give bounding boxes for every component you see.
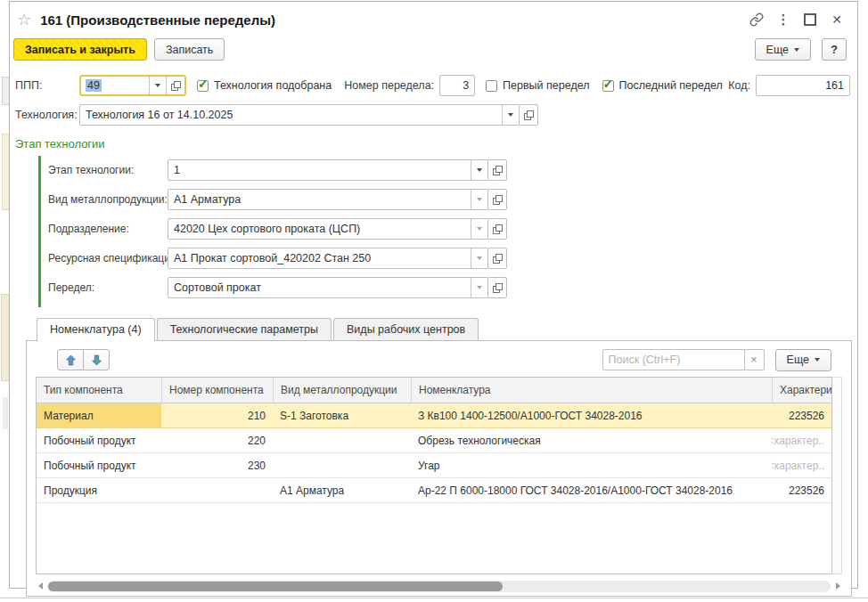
- cell-nomenclature[interactable]: Ар-22 П 6000-18000 ГОСТ 34028-2016/А1000…: [411, 478, 772, 502]
- peredel-field[interactable]: Сортовой прокат: [168, 277, 488, 298]
- last-stage-label[interactable]: Последний передел: [619, 79, 723, 92]
- column-header-nomenclature[interactable]: Номенклатура: [411, 378, 772, 403]
- save-button[interactable]: Записать: [154, 38, 225, 61]
- open-button[interactable]: [487, 248, 507, 269]
- cell-characteristic[interactable]: 223526: [772, 478, 831, 502]
- column-header-characteristic[interactable]: Характери..: [772, 378, 831, 403]
- column-header-metal[interactable]: Вид металлопродукции: [273, 378, 411, 403]
- code-input[interactable]: 161: [756, 75, 850, 96]
- favorite-star-icon[interactable]: ☆: [17, 12, 31, 28]
- scroll-left-arrow[interactable]: [36, 582, 45, 590]
- table-more-label: Еще: [787, 354, 809, 366]
- header-row-2: Технология: Технология 16 от 14.10.2025: [15, 104, 850, 126]
- cell-nomenclature[interactable]: Угар: [411, 453, 772, 477]
- maximize-button[interactable]: [800, 10, 820, 29]
- open-button[interactable]: [487, 277, 507, 298]
- department-field[interactable]: 42020 Цех сортового проката (ЦСП): [168, 218, 488, 240]
- move-down-button[interactable]: [83, 349, 110, 370]
- scrollbar-thumb[interactable]: [48, 582, 503, 591]
- maximize-icon: [804, 13, 816, 26]
- first-stage-checkbox[interactable]: Первый передел: [486, 79, 589, 92]
- cell-metal[interactable]: S-1 Заготовка: [273, 403, 411, 427]
- window-edge: [0, 598, 868, 598]
- column-header-number[interactable]: Номер компонента: [161, 378, 273, 403]
- table-zone: Тип компонента Номер компонента Вид мета…: [36, 377, 842, 574]
- chevron-down-icon: [477, 168, 482, 172]
- ppp-dropdown-button[interactable]: [149, 77, 166, 94]
- menu-kebab-icon[interactable]: ⋮: [774, 10, 793, 29]
- dropdown-button[interactable]: [471, 278, 487, 297]
- table-row[interactable]: Побочный продукт230Угар<характер..: [37, 453, 831, 478]
- table-body: Материал210S-1 ЗаготовкаЗ Кв100 1400-125…: [37, 403, 831, 503]
- arrow-down-icon: [91, 354, 102, 366]
- stage-field-row: Передел: Сортовой прокат: [48, 277, 857, 298]
- stage-group: Этап технологии: 1 Вид металлопродукции:…: [38, 156, 857, 307]
- dropdown-button[interactable]: [471, 219, 487, 239]
- resource-spec-field[interactable]: А1 Прокат сортовой_420202 Стан 250: [168, 248, 488, 269]
- cell-characteristic[interactable]: 223526: [772, 403, 831, 427]
- cell-number[interactable]: 210: [161, 403, 273, 427]
- open-icon: [524, 110, 534, 120]
- cell-type[interactable]: Продукция: [37, 478, 161, 502]
- arrow-left-icon: [38, 582, 43, 590]
- technology-value: Технология 16 от 14.10.2025: [80, 105, 502, 125]
- tab-tech-parameters[interactable]: Технологические параметры: [157, 318, 332, 340]
- metal-type-field[interactable]: А1 Арматура: [168, 189, 488, 210]
- open-button[interactable]: [487, 159, 507, 181]
- ppp-combo-field[interactable]: 49: [79, 75, 186, 96]
- column-header-type[interactable]: Тип компонента: [37, 378, 161, 403]
- table-more-button[interactable]: Еще: [775, 349, 831, 371]
- technology-dropdown-button[interactable]: [502, 105, 519, 125]
- cell-metal[interactable]: [273, 428, 411, 452]
- cell-characteristic[interactable]: <характер..: [772, 428, 831, 452]
- open-button[interactable]: [487, 218, 507, 240]
- table-row[interactable]: ПродукцияА1 АрматураАр-22 П 6000-18000 Г…: [37, 478, 831, 503]
- help-button[interactable]: ?: [822, 38, 847, 61]
- close-button[interactable]: ✕: [827, 10, 847, 29]
- scrollbar-track[interactable]: [47, 581, 831, 592]
- last-stage-checkbox[interactable]: Последний передел: [602, 79, 723, 92]
- cell-number[interactable]: 220: [161, 428, 273, 452]
- chevron-down-icon: [155, 84, 160, 87]
- tab-nomenclature[interactable]: Номенклатура (4): [37, 318, 155, 341]
- cell-type[interactable]: Побочный продукт: [37, 453, 161, 477]
- get-link-icon[interactable]: [747, 10, 766, 29]
- cell-nomenclature[interactable]: З Кв100 1400-12500/А1000-ГОСТ 34028-2016: [411, 403, 772, 427]
- move-up-button[interactable]: [57, 349, 84, 370]
- tech-found-checkbox[interactable]: Технология подобрана: [197, 79, 332, 92]
- open-icon: [171, 81, 181, 91]
- technology-field[interactable]: Технология 16 от 14.10.2025: [79, 104, 520, 126]
- ppp-open-button[interactable]: [166, 77, 184, 94]
- technology-open-button[interactable]: [519, 104, 538, 126]
- cell-number[interactable]: [161, 478, 273, 502]
- stage-number-input[interactable]: 3: [439, 75, 475, 96]
- vertical-scrollbar[interactable]: [832, 377, 842, 574]
- cell-metal[interactable]: А1 Арматура: [273, 478, 411, 502]
- scroll-right-arrow[interactable]: [833, 582, 842, 590]
- cell-type[interactable]: Материал: [37, 403, 161, 427]
- dropdown-button[interactable]: [471, 160, 487, 180]
- open-button[interactable]: [487, 189, 507, 210]
- ppp-value-area[interactable]: 49: [81, 77, 149, 94]
- table-row[interactable]: Побочный продукт220Обрезь технологическа…: [37, 428, 831, 453]
- more-button[interactable]: Еще: [755, 38, 811, 61]
- cell-type[interactable]: Побочный продукт: [37, 428, 161, 452]
- dropdown-button[interactable]: [471, 248, 487, 268]
- dropdown-button[interactable]: [471, 190, 487, 209]
- save-and-close-button[interactable]: Записать и закрыть: [13, 38, 147, 61]
- tech-found-label[interactable]: Технология подобрана: [214, 79, 332, 92]
- stage-step-field[interactable]: 1: [168, 159, 488, 181]
- table-row[interactable]: Материал210S-1 ЗаготовкаЗ Кв100 1400-125…: [37, 403, 831, 428]
- cell-metal[interactable]: [273, 453, 411, 477]
- open-icon: [493, 254, 503, 264]
- field-label: Ресурсная спецификация:: [48, 252, 168, 264]
- search-input[interactable]: [602, 349, 745, 370]
- cell-characteristic[interactable]: <характер..: [772, 453, 831, 477]
- cell-number[interactable]: 230: [161, 453, 273, 477]
- open-icon: [493, 195, 503, 205]
- checkbox-checked-icon: [602, 80, 614, 92]
- cell-nomenclature[interactable]: Обрезь технологическая: [411, 428, 772, 452]
- tab-work-centers[interactable]: Виды рабочих центров: [333, 318, 479, 340]
- first-stage-label[interactable]: Первый передел: [503, 79, 589, 92]
- search-clear-icon[interactable]: ×: [745, 349, 765, 370]
